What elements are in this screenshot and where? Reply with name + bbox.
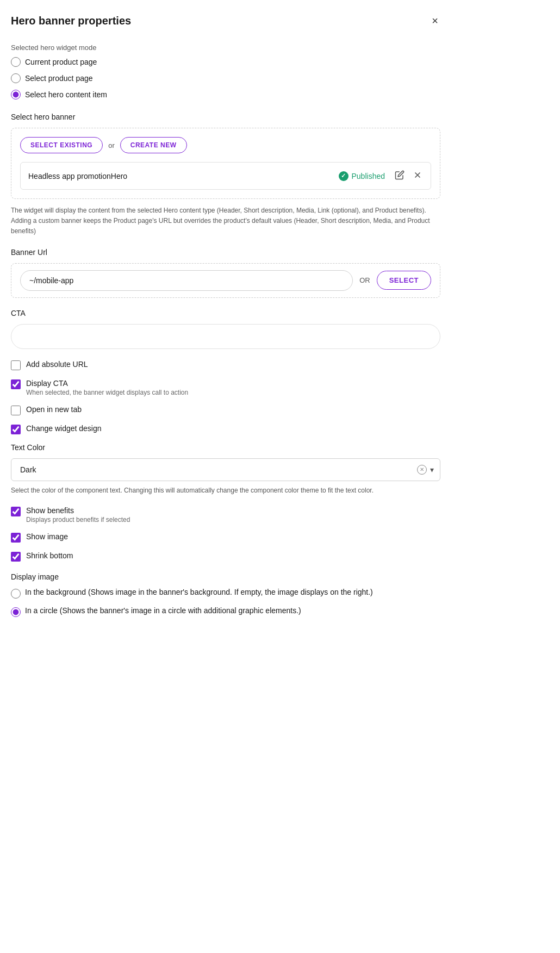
- status-label: Published: [352, 172, 385, 180]
- url-input-row: OR SELECT: [11, 263, 440, 298]
- url-select-button[interactable]: SELECT: [377, 271, 431, 290]
- display-image-background-radio[interactable]: [11, 589, 21, 599]
- remove-content-item-button[interactable]: [412, 170, 423, 182]
- cta-input[interactable]: [11, 324, 440, 349]
- open-new-tab-label[interactable]: Open in new tab: [26, 405, 82, 414]
- radio-select-hero[interactable]: Select hero content item: [11, 90, 440, 99]
- hero-banner-dashed-box: SELECT EXISTING or CREATE NEW Headless a…: [11, 128, 440, 199]
- content-item-row: Headless app promotion Hero Published: [20, 162, 431, 190]
- banner-url-label: Banner Url: [11, 248, 440, 257]
- radio-select-product-input[interactable]: [11, 73, 21, 83]
- display-image-circle-label: In a circle (Shows the banner's image in…: [25, 606, 301, 615]
- show-benefits-sublabel: Displays product benefits if selected: [26, 516, 130, 524]
- panel-title: Hero banner properties: [11, 15, 131, 27]
- display-cta-row: Display CTA When selected, the banner wi…: [11, 379, 440, 396]
- radio-select-product-label: Select product page: [25, 74, 93, 83]
- show-image-row: Show image: [11, 532, 440, 543]
- add-absolute-url-row: Add absolute URL: [11, 360, 440, 370]
- change-widget-design-row: Change widget design: [11, 424, 440, 434]
- show-benefits-label[interactable]: Show benefits: [26, 506, 130, 515]
- display-cta-label[interactable]: Display CTA: [26, 379, 188, 388]
- text-color-select[interactable]: Dark Light: [11, 458, 440, 481]
- or-text: or: [108, 141, 115, 150]
- close-button[interactable]: ×: [430, 13, 440, 28]
- show-image-label[interactable]: Show image: [26, 532, 68, 541]
- display-image-circle-option[interactable]: In a circle (Shows the banner's image in…: [11, 606, 440, 617]
- content-item-actions: [394, 169, 423, 183]
- display-image-circle-radio[interactable]: [11, 607, 21, 617]
- hero-banner-properties-panel: Hero banner properties × Selected hero w…: [0, 0, 451, 638]
- display-image-section: Display image In the background (Shows i…: [11, 572, 440, 617]
- text-color-hint: Select the color of the component text. …: [11, 485, 440, 495]
- url-or-label: OR: [359, 276, 370, 284]
- create-new-button[interactable]: CREATE NEW: [120, 137, 187, 153]
- radio-current-product[interactable]: Current product page: [11, 57, 440, 67]
- show-benefits-label-group: Show benefits Displays product benefits …: [26, 506, 130, 524]
- display-image-background-option[interactable]: In the background (Shows image in the ba…: [11, 588, 440, 599]
- show-benefits-checkbox[interactable]: [11, 507, 21, 516]
- display-image-background-label: In the background (Shows image in the ba…: [25, 588, 373, 596]
- content-item-name: Headless app promotion: [28, 172, 111, 180]
- shrink-bottom-label[interactable]: Shrink bottom: [26, 551, 73, 560]
- hero-banner-label: Select hero banner: [11, 113, 440, 121]
- radio-select-hero-label: Select hero content item: [25, 90, 107, 99]
- status-badge: Published: [339, 171, 385, 181]
- status-dot-icon: [339, 171, 349, 181]
- show-benefits-row: Show benefits Displays product benefits …: [11, 506, 440, 524]
- banner-url-input[interactable]: [20, 270, 353, 291]
- open-new-tab-checkbox[interactable]: [11, 406, 21, 415]
- banner-url-section: Banner Url OR SELECT: [11, 248, 440, 298]
- cta-section: CTA: [11, 309, 440, 349]
- content-item-type: Hero: [111, 172, 339, 180]
- select-existing-button[interactable]: SELECT EXISTING: [20, 137, 103, 153]
- text-color-select-wrapper: Dark Light ✕ ▾: [11, 458, 440, 481]
- display-cta-checkbox[interactable]: [11, 379, 21, 389]
- widget-mode-label: Selected hero widget mode: [11, 43, 440, 52]
- info-text: The widget will display the content from…: [11, 205, 440, 237]
- radio-select-hero-input[interactable]: [11, 90, 21, 99]
- shrink-bottom-checkbox[interactable]: [11, 552, 21, 562]
- cta-label: CTA: [11, 309, 440, 317]
- change-widget-design-label[interactable]: Change widget design: [26, 424, 102, 433]
- show-image-checkbox[interactable]: [11, 533, 21, 543]
- hero-banner-button-row: SELECT EXISTING or CREATE NEW: [20, 137, 431, 153]
- radio-select-product[interactable]: Select product page: [11, 73, 440, 83]
- panel-header: Hero banner properties ×: [11, 13, 440, 28]
- display-cta-sublabel: When selected, the banner widget display…: [26, 389, 188, 396]
- text-color-section: Text Color Dark Light ✕ ▾ Select the col…: [11, 443, 440, 495]
- open-new-tab-row: Open in new tab: [11, 405, 440, 415]
- add-absolute-url-checkbox[interactable]: [11, 360, 21, 370]
- text-color-label: Text Color: [11, 443, 440, 452]
- display-cta-label-group: Display CTA When selected, the banner wi…: [26, 379, 188, 396]
- radio-current-product-input[interactable]: [11, 57, 21, 67]
- radio-current-product-label: Current product page: [25, 58, 97, 66]
- widget-mode-group: Current product page Select product page…: [11, 57, 440, 99]
- shrink-bottom-row: Shrink bottom: [11, 551, 440, 562]
- edit-icon-button[interactable]: [394, 169, 406, 183]
- add-absolute-url-label[interactable]: Add absolute URL: [26, 360, 88, 369]
- display-image-label: Display image: [11, 572, 440, 581]
- change-widget-design-checkbox[interactable]: [11, 425, 21, 434]
